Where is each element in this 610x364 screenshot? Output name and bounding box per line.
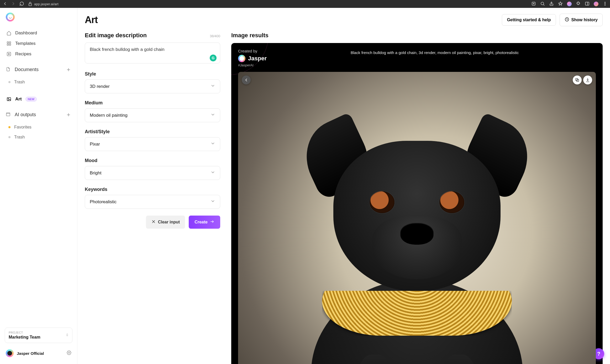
- jasper-extension-icon[interactable]: [567, 2, 572, 6]
- svg-rect-15: [6, 114, 10, 116]
- back-button[interactable]: [242, 76, 251, 84]
- create-button[interactable]: Create: [189, 216, 220, 229]
- keywords-label: Keywords: [85, 187, 220, 192]
- sidebar-item-dashboard[interactable]: Dashboard: [3, 28, 75, 38]
- sidebar-item-art[interactable]: Art NEW: [3, 94, 75, 104]
- user-avatar-icon: [6, 349, 14, 357]
- dot-icon: [8, 136, 10, 138]
- copy-button[interactable]: [573, 76, 582, 84]
- user-name: Jasper Official: [17, 351, 64, 356]
- bookmark-icon[interactable]: [558, 1, 563, 7]
- style-select[interactable]: 3D render: [85, 79, 220, 93]
- lock-icon: [28, 2, 33, 6]
- svg-rect-10: [7, 44, 8, 45]
- chevron-down-icon: [211, 83, 215, 89]
- jasper-logo[interactable]: ◡: [6, 13, 15, 22]
- svg-rect-11: [9, 44, 11, 45]
- chevron-down-icon: [211, 170, 215, 176]
- medium-select[interactable]: Modern oil painting: [85, 108, 220, 122]
- show-history-button[interactable]: Show history: [560, 14, 603, 26]
- new-badge: NEW: [25, 97, 37, 101]
- main-content: Art Getting started & help Show history …: [77, 8, 610, 364]
- share-icon[interactable]: [549, 1, 554, 7]
- grid-icon: [6, 41, 12, 46]
- sidebar-label: Art: [15, 97, 22, 102]
- sidebar-section-documents[interactable]: Documents ＋: [0, 61, 77, 76]
- add-document-button[interactable]: ＋: [66, 66, 71, 73]
- reload-icon[interactable]: [19, 1, 24, 7]
- sidebar-item-recipes[interactable]: Recipes: [3, 49, 75, 59]
- keywords-select[interactable]: Photorealistic: [85, 195, 220, 209]
- medium-value: Modern oil painting: [90, 113, 128, 118]
- download-button[interactable]: [583, 76, 592, 84]
- create-label: Create: [194, 220, 208, 224]
- clock-icon: [565, 17, 569, 23]
- sidebar-item-outputs-trash[interactable]: Trash: [3, 132, 75, 142]
- brand-name: Jasper: [248, 55, 267, 62]
- svg-point-6: [605, 3, 605, 4]
- chevron-down-icon: [211, 141, 215, 147]
- install-icon[interactable]: [531, 1, 536, 7]
- svg-point-14: [8, 98, 9, 99]
- hashtag: #JasperAI: [238, 63, 267, 67]
- prompt-input[interactable]: [85, 42, 220, 63]
- keywords-value: Photorealistic: [90, 199, 117, 205]
- forward-icon[interactable]: [11, 1, 16, 7]
- artist-label: Artist/Style: [85, 129, 220, 135]
- artist-select[interactable]: Pixar: [85, 137, 220, 151]
- menu-icon[interactable]: [603, 1, 607, 7]
- style-label: Style: [85, 71, 220, 77]
- char-counter: 38/400: [210, 34, 220, 38]
- mood-value: Bright: [90, 170, 101, 176]
- artist-value: Pixar: [90, 142, 100, 147]
- play-icon: [6, 51, 12, 57]
- jasper-logo-icon: [238, 55, 245, 62]
- mood-select[interactable]: Bright: [85, 166, 220, 180]
- panel-icon[interactable]: [585, 1, 590, 7]
- zoom-icon[interactable]: [540, 1, 545, 7]
- dot-icon: [8, 126, 10, 128]
- svg-rect-13: [7, 98, 11, 101]
- sidebar-item-documents-trash[interactable]: Trash: [3, 77, 75, 87]
- result-card: Created by Jasper #JasperAI Black french…: [231, 43, 603, 364]
- svg-rect-8: [7, 42, 8, 43]
- generated-image: [238, 72, 596, 364]
- svg-point-7: [605, 5, 605, 5]
- clear-input-button[interactable]: Clear input: [146, 216, 185, 229]
- project-switcher[interactable]: PROJECT Marketing Team: [5, 328, 72, 343]
- help-button[interactable]: Getting started & help: [502, 14, 556, 26]
- sidebar-label: Documents: [15, 67, 39, 72]
- clear-label: Clear input: [158, 220, 180, 224]
- arrow-right-icon: [210, 219, 214, 225]
- svg-point-16: [69, 352, 70, 354]
- sidebar-label: AI outputs: [15, 112, 36, 117]
- mood-label: Mood: [85, 158, 220, 163]
- result-prompt-text: Black french bulldog with a gold chain, …: [274, 49, 596, 55]
- outputs-icon: [6, 112, 11, 117]
- gear-icon[interactable]: [67, 350, 71, 356]
- extensions-icon[interactable]: [576, 1, 581, 7]
- document-icon: [6, 67, 11, 72]
- chevron-down-icon: [211, 112, 215, 118]
- user-menu[interactable]: Jasper Official: [0, 346, 77, 361]
- form-section-title: Edit image description: [85, 32, 147, 39]
- chevron-down-icon: [211, 199, 215, 205]
- sidebar-label: Recipes: [15, 51, 31, 57]
- sidebar-item-templates[interactable]: Templates: [3, 38, 75, 49]
- sidebar-item-favorites[interactable]: Favorites: [3, 122, 75, 132]
- back-icon[interactable]: [3, 1, 7, 7]
- medium-label: Medium: [85, 100, 220, 106]
- svg-rect-4: [585, 2, 589, 5]
- profile-avatar-icon[interactable]: [594, 2, 598, 6]
- sidebar-label: Trash: [14, 80, 25, 84]
- sidebar: ◡ Dashboard Templates Recipes Documents …: [0, 8, 77, 364]
- grammarly-icon[interactable]: G: [210, 55, 217, 61]
- sidebar-label: Trash: [14, 135, 25, 140]
- page-title: Art: [85, 14, 502, 25]
- add-output-button[interactable]: ＋: [66, 111, 71, 119]
- sidebar-section-ai-outputs[interactable]: AI outputs ＋: [0, 106, 77, 121]
- address-bar[interactable]: app.jasper.ai/art: [28, 2, 528, 6]
- dot-icon: [8, 81, 10, 83]
- svg-point-5: [605, 2, 605, 2]
- style-value: 3D render: [90, 84, 110, 89]
